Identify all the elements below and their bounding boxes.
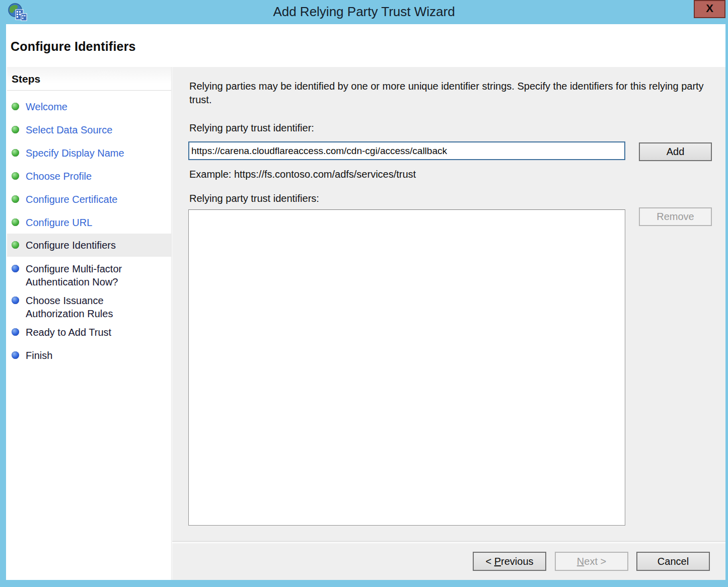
identifier-input[interactable] <box>188 141 625 160</box>
step-completed-bullet-icon <box>12 149 19 157</box>
add-button[interactable]: Add <box>639 142 712 161</box>
close-button[interactable]: X <box>694 0 725 18</box>
cancel-button[interactable]: Cancel <box>636 552 710 571</box>
wizard-window: Add Relying Party Trust Wizard X Configu… <box>0 0 728 587</box>
page-title: Configure Identifiers <box>11 39 136 54</box>
sidebar-item-choose-profile[interactable]: Choose Profile <box>7 164 171 187</box>
titlebar[interactable]: Add Relying Party Trust Wizard X <box>0 0 728 24</box>
step-upcoming-bullet-icon <box>12 297 19 304</box>
sidebar-item-configure-url[interactable]: Configure URL <box>7 210 171 234</box>
identifiers-list-label: Relying party trust identifiers: <box>189 193 319 204</box>
steps-sidebar: Steps Welcome Select Data Source Specify… <box>7 67 172 580</box>
sidebar-item-ready-to-add-trust: Ready to Add Trust <box>7 320 171 343</box>
steps-heading: Steps <box>7 67 171 91</box>
example-text: Example: https://fs.contoso.com/adfs/ser… <box>189 169 416 180</box>
step-completed-bullet-icon <box>12 103 19 110</box>
window-body: Configure Identifiers Steps Welcome Sele… <box>6 24 725 580</box>
previous-button[interactable]: < Previous <box>473 552 546 571</box>
page-header: Configure Identifiers <box>6 24 725 67</box>
window-title: Add Relying Party Trust Wizard <box>0 4 728 20</box>
identifiers-listbox[interactable] <box>188 209 625 526</box>
footer-bar: < Previous Next > Cancel <box>172 542 725 580</box>
sidebar-item-finish: Finish <box>7 343 171 366</box>
sidebar-item-specify-display-name[interactable]: Specify Display Name <box>7 141 171 164</box>
step-upcoming-bullet-icon <box>12 265 19 272</box>
intro-text: Relying parties may be identified by one… <box>189 80 705 107</box>
sidebar-item-configure-identifiers: Configure Identifiers <box>7 234 171 257</box>
identifier-label: Relying party trust identifier: <box>189 122 314 134</box>
step-completed-bullet-icon <box>12 218 19 226</box>
step-upcoming-bullet-icon <box>12 351 19 359</box>
step-completed-bullet-icon <box>12 172 19 180</box>
sidebar-item-welcome[interactable]: Welcome <box>7 95 171 118</box>
remove-button[interactable]: Remove <box>639 207 712 226</box>
step-upcoming-bullet-icon <box>12 328 19 336</box>
step-completed-bullet-icon <box>12 126 19 133</box>
sidebar-item-configure-certificate[interactable]: Configure Certificate <box>7 187 171 210</box>
step-completed-bullet-icon <box>12 195 19 203</box>
next-button[interactable]: Next > <box>555 552 628 571</box>
sidebar-item-select-data-source[interactable]: Select Data Source <box>7 118 171 141</box>
sidebar-item-choose-issuance-rules: Choose Issuance Authorization Rules <box>7 288 171 320</box>
sidebar-item-configure-mfa: Configure Multi-factor Authentication No… <box>7 257 171 288</box>
steps-list: Welcome Select Data Source Specify Displ… <box>7 91 171 366</box>
content-pane: Relying parties may be identified by one… <box>172 67 725 542</box>
step-completed-bullet-icon <box>12 241 19 249</box>
